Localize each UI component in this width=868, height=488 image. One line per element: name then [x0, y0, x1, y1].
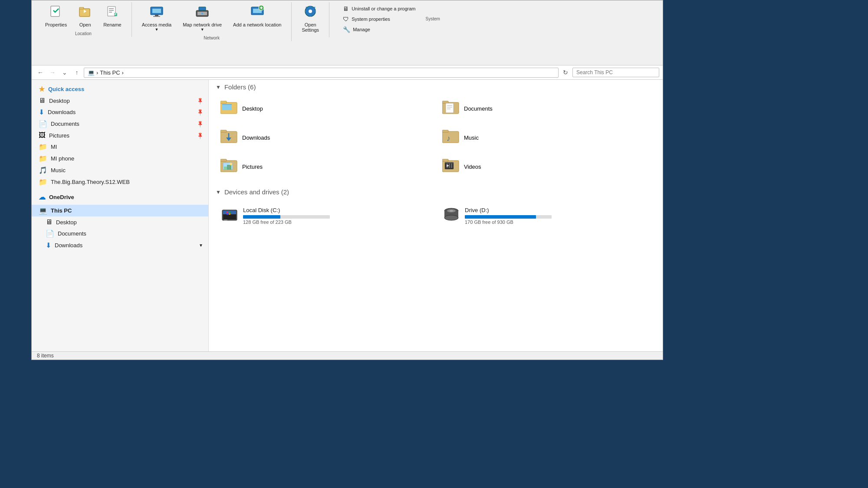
downloads-pc-label: Downloads	[55, 242, 82, 249]
sidebar-desktop-pc[interactable]: 🖥 Desktop	[32, 216, 208, 228]
this-pc-item[interactable]: 💻 This PC	[32, 205, 208, 216]
svg-rect-44	[442, 130, 448, 132]
folder-item-music[interactable]: ♪ Music	[437, 125, 656, 151]
system-right-buttons: 🖥 Uninstall or change a program 🛡 System…	[335, 2, 424, 36]
system-properties-icon: 🛡	[343, 16, 349, 23]
access-media-button[interactable]: Access media ▼	[137, 2, 176, 34]
ribbon-group-network: Access media ▼ Map network drive	[132, 2, 292, 41]
svg-rect-66	[229, 213, 230, 215]
drive-d-info: Drive (D:) 170 GB free of 930 GB	[465, 207, 651, 225]
search-input[interactable]	[572, 68, 659, 77]
manage-label: Manage	[353, 27, 370, 32]
properties-icon	[49, 4, 63, 21]
drive-d-label: Drive (D:)	[465, 207, 651, 213]
desktop-pc-icon: 🖥	[46, 218, 53, 226]
sidebar-documents-pc[interactable]: 📄 Documents	[32, 228, 208, 239]
onedrive-icon: ☁	[39, 193, 46, 201]
this-pc-icon: 💻	[39, 206, 47, 215]
folder-item-desktop[interactable]: Desktop	[216, 96, 434, 121]
mi-label: MI	[51, 144, 57, 150]
drive-item-c[interactable]: Local Disk (C:) 128 GB free of 223 GB	[216, 201, 434, 230]
up-button[interactable]: ↑	[72, 67, 82, 78]
back-button[interactable]: ←	[35, 67, 46, 78]
sidebar-item-documents[interactable]: 📄 Documents 📌	[32, 118, 208, 130]
open-label: Open	[79, 22, 91, 27]
drives-section-header[interactable]: ▼ Devices and drives (2)	[216, 188, 656, 196]
drive-d-free: 170 GB free of 930 GB	[465, 219, 651, 225]
folder-item-videos[interactable]: Videos	[437, 154, 656, 180]
drive-d-bar-bg	[465, 215, 552, 219]
drive-d-icon	[442, 205, 460, 226]
open-settings-button[interactable]: OpenSettings	[297, 2, 324, 35]
system-properties-button[interactable]: 🛡 System properties	[340, 14, 418, 24]
local-disk-c-info: Local Disk (C:) 128 GB free of 223 GB	[243, 207, 429, 225]
svg-rect-49	[224, 167, 227, 170]
sidebar-item-downloads[interactable]: ⬇ Downloads 📌	[32, 106, 208, 118]
svg-rect-53	[442, 159, 448, 161]
onedrive-label: OneDrive	[49, 194, 74, 200]
svg-rect-50	[227, 165, 231, 170]
pictures-quick-label: Pictures	[49, 132, 69, 139]
mi-phone-label: MI phone	[51, 155, 74, 162]
add-network-location-button[interactable]: Add a network location	[228, 2, 286, 29]
mi-phone-icon: 📁	[39, 154, 47, 163]
ribbon: Properties Open	[32, 0, 663, 66]
manage-button[interactable]: 🔧 Manage	[340, 25, 418, 34]
main-area: ★ Quick access 🖥 Desktop 📌 ⬇ Downloads 📌…	[32, 80, 663, 351]
svg-rect-25	[309, 6, 311, 8]
folder-item-documents[interactable]: Documents	[437, 96, 656, 121]
map-network-drive-button[interactable]: Map network drive ▼	[178, 2, 227, 34]
sidebar-item-pictures[interactable]: 🖼 Pictures 📌	[32, 130, 208, 141]
svg-rect-10	[152, 9, 161, 13]
videos-folder-label: Videos	[464, 164, 481, 170]
recent-locations-button[interactable]: ⌄	[59, 67, 70, 78]
pictures-folder-icon	[220, 157, 238, 177]
drives-chevron: ▼	[216, 189, 221, 195]
folders-section-header[interactable]: ▼ Folders (6)	[216, 83, 656, 91]
sidebar-item-desktop[interactable]: 🖥 Desktop 📌	[32, 95, 208, 106]
svg-point-70	[444, 215, 458, 220]
rename-button[interactable]: Rename	[99, 2, 126, 29]
drives-grid: Local Disk (C:) 128 GB free of 223 GB	[216, 201, 656, 230]
svg-rect-16	[199, 7, 206, 10]
sidebar-item-bigbang[interactable]: 📁 The.Big.Bang.Theory.S12.WEB	[32, 176, 208, 188]
folder-item-downloads[interactable]: Downloads	[216, 125, 434, 151]
open-settings-label: OpenSettings	[302, 22, 319, 33]
system-group-label: System	[425, 16, 440, 21]
address-path[interactable]: 💻 › This PC ›	[84, 68, 559, 78]
svg-point-15	[201, 13, 203, 14]
properties-button[interactable]: Properties	[40, 2, 72, 29]
music-folder-label: Music	[464, 134, 479, 141]
open-button[interactable]: Open	[73, 2, 97, 29]
pictures-folder-label: Pictures	[242, 164, 263, 170]
bigbang-label: The.Big.Bang.Theory.S12.WEB	[51, 179, 130, 185]
location-group-label: Location	[75, 31, 92, 36]
drives-section: ▼ Devices and drives (2)	[216, 188, 656, 230]
properties-label: Properties	[45, 22, 67, 27]
svg-rect-28	[314, 10, 316, 12]
uninstall-program-button[interactable]: 🖥 Uninstall or change a program	[340, 4, 418, 13]
sidebar-item-mi[interactable]: 📁 MI	[32, 141, 208, 153]
svg-point-72	[450, 210, 453, 212]
downloads-folder-label: Downloads	[242, 134, 270, 141]
music-folder-icon: ♪	[442, 128, 460, 147]
sidebar-downloads-pc[interactable]: ⬇ Downloads ▼	[32, 239, 208, 251]
svg-rect-30	[220, 101, 227, 103]
location-buttons: Properties Open	[40, 2, 126, 29]
downloads-quick-icon: ⬇	[39, 108, 44, 116]
quick-access-header[interactable]: ★ Quick access	[32, 83, 208, 95]
desktop-folder-icon	[220, 99, 238, 118]
content-area: ▼ Folders (6) Desktop	[209, 80, 663, 351]
rename-icon	[105, 4, 119, 21]
system-properties-label: System properties	[352, 16, 390, 22]
onedrive-item[interactable]: ☁ OneDrive	[32, 191, 208, 203]
folder-item-pictures[interactable]: Pictures	[216, 154, 434, 180]
drive-item-d[interactable]: Drive (D:) 170 GB free of 930 GB	[437, 201, 656, 230]
sidebar-item-mi-phone[interactable]: 📁 MI phone	[32, 153, 208, 164]
sidebar-item-music[interactable]: 🎵 Music	[32, 164, 208, 176]
folders-grid: Desktop Documents	[216, 96, 656, 180]
forward-button[interactable]: →	[47, 67, 58, 78]
access-media-label: Access media	[142, 22, 171, 27]
refresh-button[interactable]: ↻	[560, 67, 571, 78]
downloads-folder-icon	[220, 128, 238, 147]
